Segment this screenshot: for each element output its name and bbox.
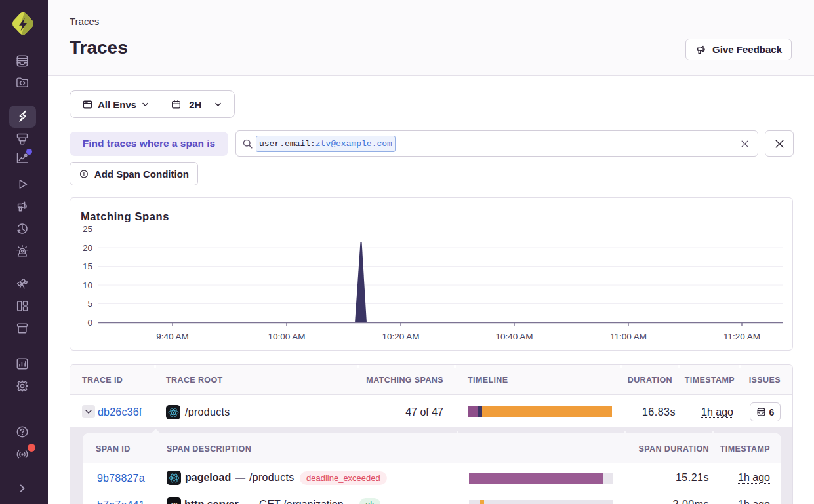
svg-text:9:40 AM: 9:40 AM xyxy=(156,332,189,341)
svg-text:11:00 AM: 11:00 AM xyxy=(610,332,647,341)
svg-text:10:00 AM: 10:00 AM xyxy=(268,332,305,341)
svg-text:15: 15 xyxy=(83,262,92,271)
svg-text:25: 25 xyxy=(83,224,92,234)
svg-text:0: 0 xyxy=(87,318,92,328)
svg-text:5: 5 xyxy=(87,299,92,309)
svg-text:10:20 AM: 10:20 AM xyxy=(382,332,419,341)
svg-text:20: 20 xyxy=(83,243,92,253)
svg-text:10:40 AM: 10:40 AM xyxy=(495,332,533,341)
svg-text:10: 10 xyxy=(83,281,92,290)
svg-text:11:20 AM: 11:20 AM xyxy=(723,332,760,341)
